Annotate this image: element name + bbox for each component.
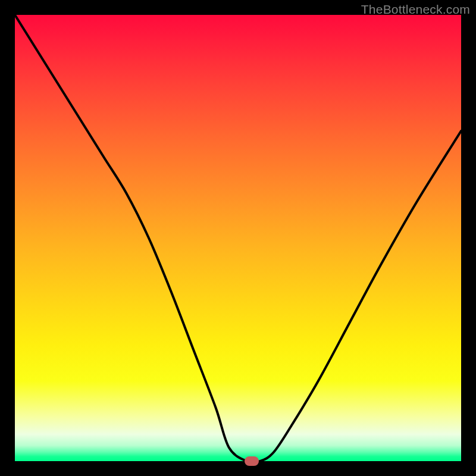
- optimal-point-marker: [245, 456, 259, 466]
- chart-frame: TheBottleneck.com: [0, 0, 476, 476]
- plot-area: [15, 15, 461, 461]
- bottleneck-curve: [15, 15, 461, 461]
- curve-path: [15, 15, 461, 462]
